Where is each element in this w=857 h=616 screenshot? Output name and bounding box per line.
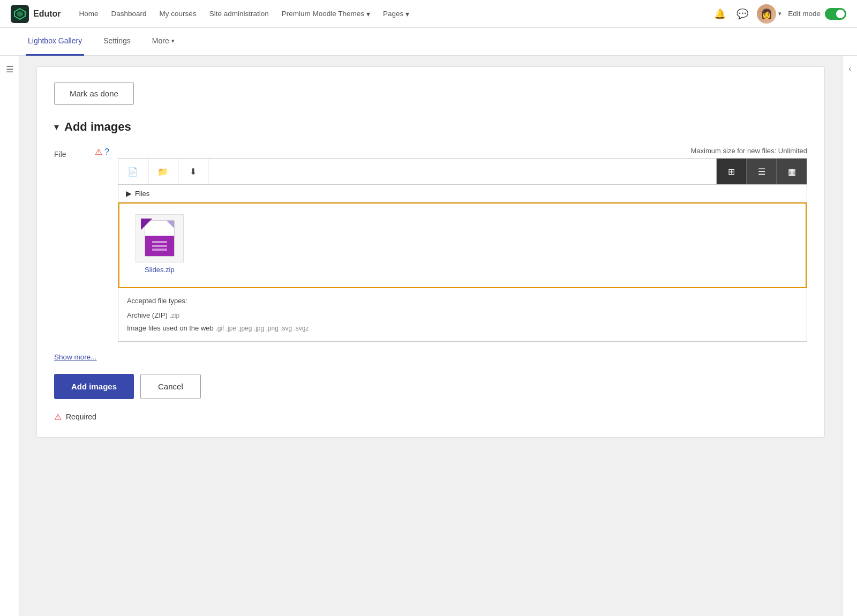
nav-right: 🔔 💬 👩 ▾ Edit mode [712, 4, 846, 24]
file-drop-area[interactable]: Slides.zip [118, 202, 807, 288]
files-folder-label: Files [135, 190, 149, 198]
user-avatar: 👩 [757, 4, 776, 24]
add-folder-button[interactable]: 📁 [148, 159, 178, 184]
user-menu-button[interactable]: 👩 ▾ [757, 4, 781, 24]
action-buttons: Add images Cancel [54, 374, 807, 399]
collapse-arrow-icon[interactable]: ▾ [54, 121, 59, 133]
bell-icon: 🔔 [714, 8, 726, 20]
zip-icon [141, 219, 178, 259]
file-upload-container: Maximum size for new files: Unlimited 📄 … [118, 147, 807, 342]
brand-logo[interactable]: Edutor [11, 5, 61, 23]
file-thumbnail [136, 214, 184, 262]
add-file-button[interactable]: 📄 [118, 159, 148, 184]
right-panel-toggle[interactable]: ‹ [842, 56, 857, 616]
file-item: Slides.zip [130, 214, 189, 274]
nav-dashboard[interactable]: Dashboard [106, 6, 152, 21]
list-view-button[interactable]: ☰ [747, 159, 777, 184]
file-name: Slides.zip [145, 266, 175, 274]
help-icon[interactable]: ? [104, 147, 109, 157]
accepted-type-images: Image files used on the web .gif .jpe .j… [127, 322, 798, 335]
sidebar-toggle[interactable]: ☰ [0, 56, 19, 616]
chat-icon: 💬 [736, 8, 748, 20]
nav-site-admin[interactable]: Site administration [204, 6, 274, 21]
chevron-left-icon: ‹ [848, 64, 851, 73]
section-header: ▾ Add images [54, 120, 807, 134]
error-icon: ⚠ [95, 147, 102, 157]
notification-button[interactable]: 🔔 [712, 6, 728, 22]
edit-mode-toggle[interactable] [825, 8, 846, 20]
folder-view-icon: ▦ [788, 167, 796, 177]
nav-pages[interactable]: Pages ▾ [378, 6, 415, 21]
subnav: Lightbox Gallery Settings More ▾ [0, 28, 857, 56]
nav-my-courses[interactable]: My courses [154, 6, 202, 21]
nav-premium-themes[interactable]: Premium Moodle Themes ▾ [276, 6, 375, 21]
navbar: Edutor Home Dashboard My courses Site ad… [0, 0, 857, 28]
list-icon: ☰ [6, 64, 13, 74]
grid-icon: ⊞ [728, 167, 735, 177]
folder-view-button[interactable]: ▦ [777, 159, 807, 184]
edutor-logo-icon [11, 5, 29, 23]
edit-mode-section: Edit mode [788, 8, 846, 20]
files-header: ▶ Files [118, 185, 807, 202]
required-icon: ⚠ [54, 412, 62, 422]
main-wrapper: ☰ Mark as done ▾ Add images File ⚠ ? Max… [0, 56, 857, 616]
chevron-down-icon: ▾ [778, 10, 781, 17]
files-panel: ▶ Files [118, 184, 807, 342]
add-images-button[interactable]: Add images [54, 374, 134, 399]
folder-header-icon: ▶ [126, 189, 132, 198]
tab-more[interactable]: More ▾ [150, 28, 177, 56]
download-icon: ⬇ [190, 167, 197, 177]
view-buttons: ⊞ ☰ ▦ [716, 159, 807, 184]
file-row: File ⚠ ? Maximum size for new files: Unl… [54, 147, 807, 342]
accepted-file-types: Accepted file types: Archive (ZIP) .zip … [118, 288, 807, 341]
max-size-text: Maximum size for new files: Unlimited [118, 147, 807, 155]
file-toolbar: 📄 📁 ⬇ ⊞ [118, 158, 807, 184]
content-area: Mark as done ▾ Add images File ⚠ ? Maxim… [19, 56, 842, 616]
show-more-link[interactable]: Show more... [54, 353, 97, 361]
required-notice: ⚠ Required [54, 412, 807, 422]
list-icon: ☰ [758, 167, 765, 177]
nav-links: Home Dashboard My courses Site administr… [74, 6, 700, 21]
brand-name: Edutor [33, 9, 61, 19]
tab-lightbox-gallery[interactable]: Lightbox Gallery [26, 28, 84, 56]
edit-mode-label: Edit mode [788, 10, 821, 18]
grid-view-button[interactable]: ⊞ [717, 159, 747, 184]
chevron-down-icon: ▾ [366, 10, 370, 18]
download-button[interactable]: ⬇ [178, 159, 208, 184]
chevron-down-icon: ▾ [171, 37, 175, 44]
chevron-down-icon: ▾ [405, 10, 409, 18]
nav-home[interactable]: Home [74, 6, 104, 21]
tab-settings[interactable]: Settings [101, 28, 133, 56]
main-card: Mark as done ▾ Add images File ⚠ ? Maxim… [36, 66, 825, 438]
file-label: File [54, 147, 86, 159]
cancel-button[interactable]: Cancel [140, 374, 201, 399]
required-label: Required [66, 412, 96, 421]
accepted-types-label: Accepted file types: [127, 295, 798, 307]
file-validation-icons: ⚠ ? [95, 147, 109, 157]
mark-as-done-button[interactable]: Mark as done [54, 82, 134, 105]
accepted-type-zip: Archive (ZIP) .zip [127, 309, 798, 322]
section-title: Add images [64, 120, 131, 134]
file-icon: 📄 [127, 167, 138, 177]
folder-icon: 📁 [157, 167, 168, 177]
chat-button[interactable]: 💬 [734, 6, 750, 22]
